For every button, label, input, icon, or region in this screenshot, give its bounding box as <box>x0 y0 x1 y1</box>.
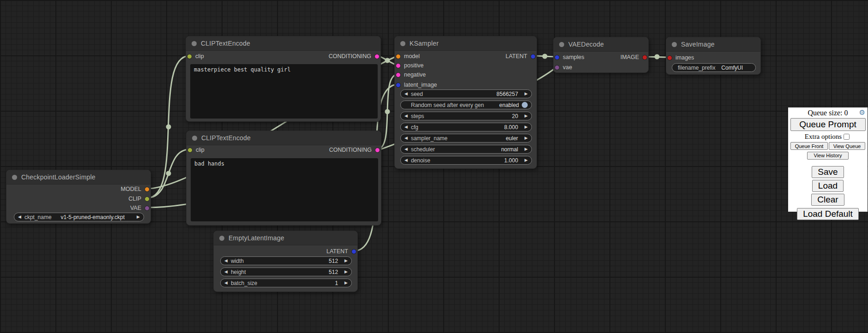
queue-prompt-button[interactable]: Queue Prompt <box>790 118 866 131</box>
latent-port[interactable] <box>351 249 356 254</box>
increment-icon[interactable]: ▶ <box>344 281 348 285</box>
queue-front-button[interactable]: Queue Front <box>790 142 828 150</box>
width-widget[interactable]: ◀ width 512 ▶ <box>220 256 352 265</box>
output-slot-latent[interactable]: LATENT <box>326 247 356 256</box>
output-slot-latent[interactable]: LATENT <box>506 52 536 61</box>
image-port[interactable] <box>642 55 647 60</box>
decrement-icon[interactable]: ◀ <box>404 92 408 96</box>
node-ksampler[interactable]: KSampler model positive negative latent_… <box>394 36 537 169</box>
output-slot-model[interactable]: MODEL <box>121 184 150 194</box>
decrement-icon[interactable]: ◀ <box>404 125 408 129</box>
node-titlebar[interactable]: EmptyLatentImage <box>214 231 357 245</box>
output-slot-conditioning[interactable]: CONDITIONING <box>329 145 380 155</box>
decrement-icon[interactable]: ◀ <box>404 136 408 140</box>
node-status-dot[interactable] <box>192 136 197 141</box>
view-queue-button[interactable]: View Queue <box>829 142 865 150</box>
cfg-widget[interactable]: ◀ cfg 8.000 ▶ <box>400 123 532 131</box>
model-port[interactable] <box>145 187 150 192</box>
increment-icon[interactable]: ▶ <box>137 215 140 219</box>
node-clip-text-encode-positive[interactable]: CLIPTextEncode clip CONDITIONING masterp… <box>186 36 381 122</box>
denoise-widget[interactable]: ◀ denoise 1.000 ▶ <box>400 156 532 165</box>
increment-icon[interactable]: ▶ <box>524 114 528 118</box>
input-slot-images[interactable]: images <box>667 53 694 62</box>
node-vae-decode[interactable]: VAEDecode samples vae IMAGE <box>553 37 649 73</box>
input-slot-positive[interactable]: positive <box>396 61 423 70</box>
node-status-dot[interactable] <box>219 236 224 241</box>
extra-options-checkbox[interactable] <box>844 134 850 140</box>
conditioning-port[interactable] <box>396 63 401 68</box>
node-clip-text-encode-negative[interactable]: CLIPTextEncode clip CONDITIONING bad han… <box>186 131 381 226</box>
node-titlebar[interactable]: SaveImage <box>666 37 760 52</box>
seed-widget[interactable]: ◀ seed 8566257 ▶ <box>400 89 532 98</box>
vae-port[interactable] <box>145 206 150 211</box>
latent-port[interactable] <box>555 55 560 60</box>
increment-icon[interactable]: ▶ <box>344 270 348 274</box>
load-default-button[interactable]: Load Default <box>797 208 859 220</box>
increment-icon[interactable]: ▶ <box>524 136 528 140</box>
filename-prefix-widget[interactable]: filename_prefix ComfyUI <box>672 63 756 72</box>
input-slot-vae[interactable]: vae <box>555 63 572 72</box>
node-status-dot[interactable] <box>12 175 17 180</box>
prompt-textarea[interactable]: masterpiece best quality girl <box>190 64 378 119</box>
decrement-icon[interactable]: ◀ <box>404 158 408 162</box>
prompt-textarea[interactable]: bad hands <box>191 158 378 221</box>
input-slot-latent-image[interactable]: latent_image <box>396 80 437 89</box>
output-slot-image[interactable]: IMAGE <box>621 53 647 62</box>
image-port[interactable] <box>667 55 672 60</box>
scheduler-widget[interactable]: ◀ scheduler normal ▶ <box>400 145 532 154</box>
node-status-dot[interactable] <box>559 42 564 47</box>
decrement-icon[interactable]: ◀ <box>224 270 228 274</box>
batch-size-widget[interactable]: ◀ batch_size 1 ▶ <box>220 279 352 287</box>
decrement-icon[interactable]: ◀ <box>224 281 228 285</box>
output-slot-conditioning[interactable]: CONDITIONING <box>329 52 380 61</box>
node-titlebar[interactable]: KSampler <box>395 36 536 51</box>
increment-icon[interactable]: ▶ <box>524 125 528 129</box>
node-status-dot[interactable] <box>192 41 197 46</box>
input-slot-negative[interactable]: negative <box>396 70 426 79</box>
settings-gear-icon[interactable]: ⚙ <box>859 108 865 117</box>
node-titlebar[interactable]: CheckpointLoaderSimple <box>6 170 151 184</box>
node-empty-latent-image[interactable]: EmptyLatentImage LATENT ◀ width 512 ▶ ◀ … <box>213 231 358 292</box>
node-titlebar[interactable]: CLIPTextEncode <box>186 36 380 51</box>
node-status-dot[interactable] <box>672 42 677 47</box>
load-button[interactable]: Load <box>812 180 844 192</box>
random-seed-toggle-widget[interactable]: Random seed after every gen enabled <box>400 101 532 109</box>
input-slot-samples[interactable]: samples <box>555 53 585 62</box>
increment-icon[interactable]: ▶ <box>344 259 348 263</box>
clip-port[interactable] <box>145 196 150 202</box>
view-history-button[interactable]: View History <box>807 152 849 160</box>
node-checkpoint-loader[interactable]: CheckpointLoaderSimple MODEL CLIP VAE ◀ … <box>6 170 151 224</box>
node-status-dot[interactable] <box>400 41 405 46</box>
steps-widget[interactable]: ◀ steps 20 ▶ <box>400 112 532 120</box>
node-titlebar[interactable]: CLIPTextEncode <box>187 131 381 145</box>
sampler-name-widget[interactable]: ◀ sampler_name euler ▶ <box>400 134 532 143</box>
increment-icon[interactable]: ▶ <box>524 92 528 96</box>
seed-toggle[interactable] <box>522 102 528 108</box>
increment-icon[interactable]: ▶ <box>524 147 528 151</box>
clip-port[interactable] <box>187 54 192 59</box>
increment-icon[interactable]: ▶ <box>524 158 528 162</box>
model-port[interactable] <box>396 54 401 59</box>
decrement-icon[interactable]: ◀ <box>18 215 21 219</box>
conditioning-port[interactable] <box>396 72 401 77</box>
height-widget[interactable]: ◀ height 512 ▶ <box>220 268 352 276</box>
clip-port[interactable] <box>187 148 193 153</box>
input-slot-model[interactable]: model <box>396 52 420 61</box>
input-slot-clip[interactable]: clip <box>187 145 205 155</box>
node-titlebar[interactable]: VAEDecode <box>554 37 648 52</box>
save-button[interactable]: Save <box>812 166 844 178</box>
latent-port[interactable] <box>530 54 536 59</box>
node-graph-canvas[interactable]: CheckpointLoaderSimple MODEL CLIP VAE ◀ … <box>0 0 868 333</box>
clear-button[interactable]: Clear <box>811 194 844 206</box>
decrement-icon[interactable]: ◀ <box>404 147 408 151</box>
conditioning-port[interactable] <box>375 148 380 153</box>
output-slot-vae[interactable]: VAE <box>130 203 150 213</box>
ckpt-name-widget[interactable]: ◀ ckpt_name v1-5-pruned-emaonly.ckpt ▶ <box>14 213 144 221</box>
input-slot-clip[interactable]: clip <box>187 52 204 61</box>
vae-port[interactable] <box>555 65 560 70</box>
conditioning-port[interactable] <box>374 54 380 59</box>
decrement-icon[interactable]: ◀ <box>404 114 408 118</box>
node-save-image[interactable]: SaveImage images filename_prefix ComfyUI <box>666 37 761 75</box>
decrement-icon[interactable]: ◀ <box>224 259 228 263</box>
output-slot-clip[interactable]: CLIP <box>128 194 150 203</box>
